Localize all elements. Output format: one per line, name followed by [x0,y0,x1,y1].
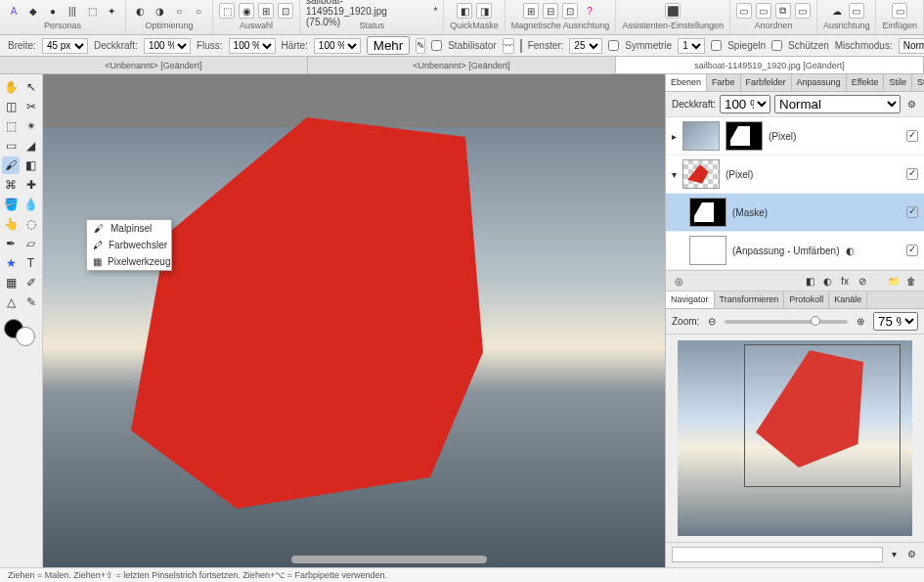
tab-effekte[interactable]: Effekte [847,74,885,91]
layer-row[interactable]: ▾ (Pixel) [666,156,924,194]
link-icon[interactable]: ⊘ [856,274,869,288]
canvas-area[interactable]: 🖌Malpinsel 🖍Farbwechsler ▦Pixelwerkzeug [43,74,665,567]
flyout-pixelwerkzeug[interactable]: ▦Pixelwerkzeug [87,253,171,270]
text-tool-icon[interactable]: T [22,254,40,272]
layer-thumb[interactable] [689,236,726,265]
adjust-icon[interactable]: ◐ [820,274,834,288]
align-icon[interactable]: ▭ [849,3,864,19]
crop-tool-icon[interactable]: ✂ [22,98,40,115]
folder-icon[interactable]: 📁 [887,274,901,288]
h-scrollbar[interactable] [291,556,487,563]
wand-tool-icon[interactable]: ✴ [22,117,40,135]
schuetzen-check[interactable] [771,40,782,51]
layer-thumb[interactable] [682,121,720,151]
opt-icon[interactable]: ◐ [132,3,148,19]
stab-color[interactable] [520,39,522,53]
layer-blend-select[interactable]: Normal [774,95,901,113]
expand-icon[interactable]: ▸ [672,131,677,142]
color-wells[interactable] [2,319,40,344]
layer-mask-thumb[interactable] [726,121,763,151]
visibility-check[interactable] [906,206,918,218]
sel-icon[interactable]: ⬚ [219,3,235,19]
tab-farbe[interactable]: Farbe [707,74,741,91]
canvas-image[interactable] [43,127,665,567]
layer-opacity-select[interactable]: 100 % [720,95,770,113]
opt-icon[interactable]: ○ [191,3,206,19]
persona-icon[interactable]: ||| [65,3,80,19]
opt-icon[interactable]: ○ [171,3,187,19]
stabilisator-check[interactable] [431,40,442,51]
persona-icon[interactable]: ✦ [104,3,119,19]
tab-protokoll[interactable]: Protokoll [784,291,829,308]
zoom-in-icon[interactable]: ⊕ [854,315,867,329]
blend-icon[interactable]: ◎ [672,274,685,288]
expand-icon[interactable]: ▾ [672,169,677,180]
pressure-icon[interactable]: ✎ [416,38,425,54]
tab-navigator[interactable]: Navigator [666,291,715,308]
breite-select[interactable]: 45 px [42,38,88,54]
layer-thumb[interactable] [689,198,726,227]
color-picker-tool-icon[interactable]: ✎ [22,293,40,311]
tab-stile[interactable]: Stile [884,74,912,91]
help-icon[interactable]: ? [582,3,597,19]
app-icon[interactable]: A [6,3,22,19]
fx-icon[interactable]: fx [838,274,852,288]
qm-icon[interactable]: ◧ [457,3,472,19]
tab-stock[interactable]: Stock [912,74,924,91]
stab-mode-icon[interactable]: 〰 [503,38,514,54]
shape-tool-icon[interactable]: ▱ [22,235,40,252]
arr-icon[interactable]: ▭ [736,3,752,19]
layer-thumb[interactable] [682,159,720,189]
tab-transformieren[interactable]: Transformieren [715,291,785,308]
insert-icon[interactable]: ▭ [892,3,907,19]
gear-icon[interactable]: ⚙ [904,98,918,112]
doc-tab[interactable]: <Unbenannt> [Geändert] [0,57,308,73]
snap-icon[interactable]: ⊡ [562,3,578,19]
move-tool-icon[interactable]: ↖ [22,78,40,96]
flyout-farbwechsler[interactable]: 🖍Farbwechsler [87,237,171,253]
zoom-slider[interactable] [725,320,848,324]
spiegeln-check[interactable] [711,40,722,51]
picker-tool-icon[interactable]: ✐ [22,274,40,291]
arr-icon[interactable]: ▭ [795,3,811,19]
bucket-tool-icon[interactable]: 🪣 [2,196,20,213]
sel-icon[interactable]: ⊡ [278,3,293,19]
background-color[interactable] [16,327,35,346]
visibility-check[interactable] [906,168,918,180]
zoom-out-icon[interactable]: ⊖ [705,315,719,329]
layer-row[interactable]: (Anpassung - Umfärben) ◐ [666,232,924,270]
qm-icon[interactable]: ◨ [476,3,492,19]
persona-icon[interactable]: ● [45,3,61,19]
erase-tool-icon[interactable]: ◧ [22,157,40,174]
clone-tool-icon[interactable]: ⌘ [2,176,20,194]
navigator-preview[interactable] [678,340,912,536]
smudge-tool-icon[interactable]: 👆 [2,215,20,233]
tab-anpassung[interactable]: Anpassung [792,74,847,91]
arr-icon[interactable]: ⧉ [775,3,791,19]
selection-tool-icon[interactable]: ⬚ [2,117,20,135]
tab-ebenen[interactable]: Ebenen [666,74,707,91]
align-icon[interactable]: ☁ [829,3,845,19]
misc-tool-icon[interactable]: △ [2,293,20,311]
flood-tool-icon[interactable]: ◢ [22,137,40,155]
persona-icon[interactable]: ⬚ [84,3,100,19]
mischmodus-select[interactable]: Normal [899,38,924,54]
mehr-button[interactable]: Mehr [367,36,410,55]
nav-view-rect[interactable] [744,344,901,487]
fenster-select[interactable]: 25 [569,38,602,54]
heal-tool-icon[interactable]: ✚ [22,176,40,194]
tab-farbfelder[interactable]: Farbfelder [741,74,792,91]
mask-icon[interactable]: ◧ [803,274,816,288]
visibility-check[interactable] [906,245,918,256]
fluss-select[interactable]: 100 % [229,38,276,54]
mesh-tool-icon[interactable]: ▦ [2,274,20,291]
hand-tool-icon[interactable]: ✋ [2,78,20,96]
snap-icon[interactable]: ⊟ [543,3,558,19]
dropper-tool-icon[interactable]: 💧 [22,196,40,213]
sel-icon[interactable]: ⊞ [258,3,274,19]
persona-icon[interactable]: ◆ [25,3,41,19]
ast-icon[interactable]: ⬛ [665,3,681,19]
pen-tool-icon[interactable]: ✒ [2,235,20,252]
doc-tab[interactable]: <Unbenannt> [Geändert] [308,57,616,73]
opt-icon[interactable]: ◑ [152,3,167,19]
